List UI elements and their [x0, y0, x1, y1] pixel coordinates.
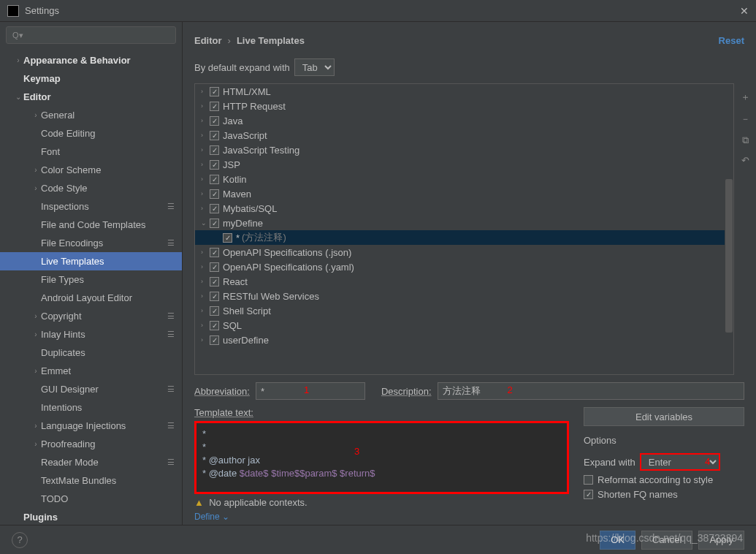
app-icon: [7, 5, 19, 17]
template-checkbox[interactable]: ✓: [210, 175, 219, 184]
sidebar-item-label: Inspections: [41, 201, 89, 212]
sidebar-item-keymap[interactable]: Keymap: [0, 69, 182, 88]
template-label: OpenAPI Specifications (.yaml): [223, 262, 354, 273]
template-checkbox[interactable]: ✓: [210, 160, 219, 170]
sidebar-item-file-encodings[interactable]: File Encodings☰: [0, 234, 182, 252]
template-label: Shell Script: [223, 306, 271, 316]
template-checkbox[interactable]: ✓: [210, 262, 219, 272]
sidebar-item-label: Language Injections: [41, 420, 126, 431]
chevron-icon: ›: [31, 312, 41, 320]
template-node[interactable]: ✓*(方法注释): [195, 230, 733, 245]
undo-icon[interactable]: ↶: [741, 155, 749, 166]
add-icon[interactable]: ＋: [741, 91, 750, 104]
ok-button[interactable]: OK: [600, 531, 635, 550]
define-context-link[interactable]: Define ⌄: [194, 512, 229, 522]
template-node[interactable]: ›✓JavaScript Testing: [195, 143, 733, 157]
cancel-button[interactable]: Cancel: [641, 531, 692, 550]
template-checkbox[interactable]: ✓: [210, 116, 219, 126]
sidebar-item-textmate-bundles[interactable]: TextMate Bundles: [0, 471, 182, 490]
sidebar-item-font[interactable]: Font: [0, 143, 182, 161]
template-checkbox[interactable]: ✓: [210, 87, 219, 96]
template-checkbox[interactable]: ✓: [210, 189, 219, 199]
sidebar-item-code-style[interactable]: ›Code Style: [0, 179, 182, 197]
sidebar-item-color-scheme[interactable]: ›Color Scheme: [0, 161, 182, 179]
chevron-icon: ›: [31, 440, 41, 448]
template-checkbox[interactable]: ✓: [210, 277, 219, 287]
template-node[interactable]: ›✓Java: [195, 113, 733, 128]
template-node[interactable]: ›✓HTTP Request: [195, 99, 733, 113]
sidebar-item-general[interactable]: ›General: [0, 106, 182, 124]
sidebar-item-inlay-hints[interactable]: ›Inlay Hints☰: [0, 325, 182, 344]
template-node[interactable]: ›✓OpenAPI Specifications (.json): [195, 245, 733, 259]
template-node[interactable]: ›✓userDefine: [195, 333, 733, 347]
search-icon: Q▾: [12, 31, 23, 40]
reformat-checkbox[interactable]: [584, 475, 593, 485]
template-checkbox[interactable]: ✓: [210, 145, 219, 155]
sidebar-item-plugins[interactable]: Plugins: [0, 508, 182, 525]
template-label: SQL: [223, 320, 242, 331]
template-node[interactable]: ›✓JavaScript: [195, 128, 733, 143]
sidebar-item-file-types[interactable]: File Types: [0, 270, 182, 289]
template-node[interactable]: ›✓HTML/XML: [195, 84, 733, 99]
sidebar-item-appearance-behavior[interactable]: ›Appearance & Behavior: [0, 51, 182, 69]
sidebar-item-proofreading[interactable]: ›Proofreading: [0, 435, 182, 453]
chevron-icon: ›: [201, 248, 210, 256]
sidebar-item-todo[interactable]: TODO: [0, 490, 182, 508]
template-checkbox[interactable]: ✓: [210, 321, 219, 330]
expand-with-select[interactable]: Enter: [640, 453, 720, 471]
help-icon[interactable]: ?: [12, 532, 28, 548]
template-text-editor[interactable]: * * * @author jax * @date $date$ $time$$…: [194, 421, 569, 494]
description-input[interactable]: [438, 382, 744, 400]
close-icon[interactable]: ✕: [740, 5, 749, 17]
template-checkbox[interactable]: ✓: [223, 233, 232, 243]
copy-icon[interactable]: ⧉: [742, 134, 749, 146]
template-checkbox[interactable]: ✓: [210, 219, 219, 228]
sidebar-item-copyright[interactable]: ›Copyright☰: [0, 307, 182, 325]
template-node[interactable]: ›✓OpenAPI Specifications (.yaml): [195, 259, 733, 274]
template-label: HTML/XML: [223, 86, 271, 97]
abbreviation-input[interactable]: [256, 382, 365, 400]
sidebar-item-android-layout-editor[interactable]: Android Layout Editor: [0, 289, 182, 307]
sidebar-item-editor[interactable]: ⌄Editor: [0, 88, 182, 106]
template-checkbox[interactable]: ✓: [210, 248, 219, 257]
template-node[interactable]: ›✓Shell Script: [195, 303, 733, 318]
scrollbar[interactable]: [725, 84, 733, 374]
template-node[interactable]: ›✓JSP: [195, 157, 733, 172]
search-input[interactable]: Q▾: [6, 26, 176, 44]
abbreviation-label: Abbreviation:: [194, 386, 250, 397]
template-checkbox[interactable]: ✓: [210, 335, 219, 345]
sidebar-item-intentions[interactable]: Intentions: [0, 398, 182, 417]
default-expand-select[interactable]: Tab: [294, 58, 335, 76]
sidebar-item-duplicates[interactable]: Duplicates: [0, 344, 182, 362]
template-group-list[interactable]: ›✓HTML/XML›✓HTTP Request›✓Java›✓JavaScri…: [194, 83, 734, 375]
chevron-icon: ›: [31, 367, 41, 375]
template-checkbox[interactable]: ✓: [210, 102, 219, 111]
template-node[interactable]: ›✓Mybatis/SQL: [195, 201, 733, 216]
sidebar-item-gui-designer[interactable]: GUI Designer☰: [0, 380, 182, 398]
shorten-fq-checkbox[interactable]: ✓: [584, 490, 593, 499]
template-node[interactable]: ⌄✓myDefine: [195, 216, 733, 230]
sidebar-item-label: File Encodings: [41, 238, 103, 248]
sidebar-item-inspections[interactable]: Inspections☰: [0, 197, 182, 216]
template-checkbox[interactable]: ✓: [210, 204, 219, 213]
template-node[interactable]: ›✓RESTful Web Services: [195, 289, 733, 303]
chevron-icon: ›: [201, 88, 210, 95]
sidebar-item-emmet[interactable]: ›Emmet: [0, 362, 182, 380]
breadcrumb-editor[interactable]: Editor: [194, 35, 222, 46]
template-node[interactable]: ›✓Maven: [195, 186, 733, 201]
sidebar-item-file-and-code-templates[interactable]: File and Code Templates: [0, 216, 182, 234]
sidebar-item-reader-mode[interactable]: Reader Mode☰: [0, 453, 182, 471]
sidebar-item-live-templates[interactable]: Live Templates: [0, 252, 182, 270]
template-node[interactable]: ›✓Kotlin: [195, 172, 733, 186]
template-node[interactable]: ›✓React: [195, 274, 733, 289]
reset-link[interactable]: Reset: [719, 35, 744, 46]
edit-variables-button[interactable]: Edit variables: [584, 407, 744, 426]
template-checkbox[interactable]: ✓: [210, 306, 219, 316]
sidebar-item-language-injections[interactable]: ›Language Injections☰: [0, 417, 182, 435]
template-checkbox[interactable]: ✓: [210, 292, 219, 301]
sidebar-item-code-editing[interactable]: Code Editing: [0, 124, 182, 143]
template-node[interactable]: ›✓SQL: [195, 318, 733, 333]
remove-icon[interactable]: －: [741, 113, 750, 126]
template-checkbox[interactable]: ✓: [210, 131, 219, 140]
apply-button[interactable]: Apply: [698, 531, 744, 550]
